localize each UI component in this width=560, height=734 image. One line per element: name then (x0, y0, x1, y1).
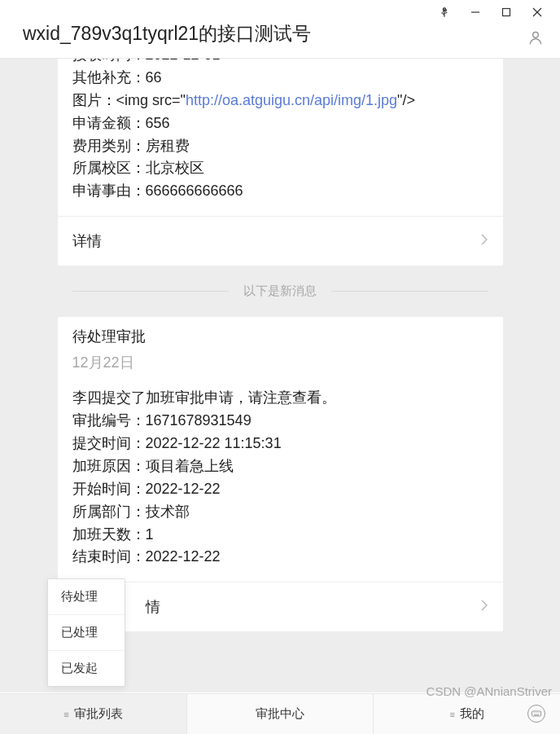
svg-point-9 (536, 713, 536, 714)
card1-image-line: 图片：<img src="http://oa.atguigu.cn/api/im… (72, 90, 488, 112)
message-card-1[interactable]: 接收时间：2022-12-01 其他补充：66 图片：<img src="htt… (58, 59, 503, 266)
card1-campus: 所属校区：北京校区 (72, 157, 488, 180)
window-title: wxid_789v3q1tyqrl21的接口测试号 (23, 21, 537, 46)
popup-item-pending[interactable]: 待处理 (48, 579, 125, 615)
svg-point-6 (533, 32, 539, 37)
card1-details-row[interactable]: 详情 (58, 216, 503, 266)
card2-summary: 李四提交了加班审批申请，请注意查看。 (72, 387, 488, 410)
pin-icon[interactable] (438, 6, 451, 19)
card2-department: 所属部门：技术部 (72, 501, 488, 524)
chevron-right-icon (480, 599, 488, 616)
nav-tab-approval-center[interactable]: 审批中心 (187, 694, 374, 734)
svg-point-10 (537, 713, 538, 714)
svg-rect-3 (503, 9, 510, 16)
card2-end-time: 结束时间：2022-12-22 (72, 546, 488, 569)
popup-item-initiated[interactable]: 已发起 (48, 651, 125, 686)
nav-label-list: 审批列表 (74, 706, 123, 722)
nav-label-mine: 我的 (460, 706, 484, 722)
divider-text: 以下是新消息 (243, 283, 317, 299)
image-url-link[interactable]: http://oa.atguigu.cn/api/img/1.jpg (186, 92, 397, 108)
chevron-right-icon (480, 233, 488, 250)
card2-submit-time: 提交时间：2022-12-22 11:15:31 (72, 433, 488, 455)
close-icon[interactable] (531, 6, 544, 19)
svg-point-11 (539, 713, 540, 714)
bottom-navigation: ≡ 审批列表 审批中心 ≡ 我的 (0, 693, 560, 734)
svg-point-8 (534, 713, 535, 714)
details-label: 详情 (72, 231, 102, 251)
nav-label-center: 审批中心 (256, 706, 304, 722)
nav-tab-approval-list[interactable]: ≡ 审批列表 (0, 694, 187, 734)
card2-date: 12月22日 (72, 353, 488, 372)
card2-start-time: 开始时间：2022-12-22 (72, 478, 488, 501)
card2-approval-no: 审批编号：1671678931549 (72, 410, 488, 433)
img-prefix: 图片：<img src=" (72, 92, 186, 108)
filter-popup-menu: 待处理 已处理 已发起 (47, 578, 125, 687)
card1-expense-type: 费用类别：房租费 (72, 135, 488, 158)
keyboard-icon[interactable] (527, 705, 545, 723)
popup-item-processed[interactable]: 已处理 (48, 615, 125, 651)
new-message-divider: 以下是新消息 (58, 283, 503, 299)
menu-icon: ≡ (449, 710, 454, 719)
card2-title: 待处理审批 (72, 327, 488, 346)
user-icon[interactable] (527, 29, 544, 49)
card2-overtime-days: 加班天数：1 (72, 524, 488, 547)
card1-reason: 申请事由：666666666666 (72, 180, 488, 203)
minimize-icon[interactable] (469, 6, 482, 19)
img-suffix: "/> (397, 92, 415, 108)
card1-amount: 申请金额：656 (72, 112, 488, 135)
card1-date: 接收时间：2022-12-01 (72, 59, 488, 67)
card2-overtime-reason: 加班原因：项目着急上线 (72, 455, 488, 478)
card1-other: 其他补充：66 (72, 67, 488, 90)
maximize-icon[interactable] (500, 6, 513, 19)
svg-rect-7 (532, 711, 541, 716)
menu-icon: ≡ (63, 710, 68, 719)
